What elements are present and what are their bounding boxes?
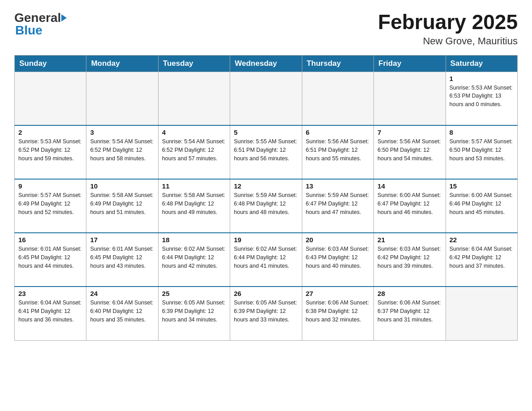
day-info: Sunrise: 6:00 AM Sunset: 6:46 PM Dayligh… [450, 191, 514, 216]
calendar-cell [158, 72, 230, 125]
day-number: 1 [450, 75, 514, 82]
day-number: 4 [162, 128, 226, 136]
day-info: Sunrise: 6:05 AM Sunset: 6:39 PM Dayligh… [234, 299, 298, 324]
day-info: Sunrise: 6:01 AM Sunset: 6:45 PM Dayligh… [18, 245, 82, 270]
day-number: 27 [306, 290, 370, 297]
day-info: Sunrise: 5:59 AM Sunset: 6:47 PM Dayligh… [306, 191, 370, 216]
day-info: Sunrise: 6:01 AM Sunset: 6:45 PM Dayligh… [90, 245, 154, 270]
logo-blue-text: Blue [15, 23, 43, 38]
calendar-cell: 1Sunrise: 5:53 AM Sunset: 6:53 PM Daylig… [446, 72, 517, 125]
day-number: 21 [378, 236, 442, 244]
day-number: 28 [378, 290, 442, 297]
day-number: 14 [378, 182, 442, 190]
day-info: Sunrise: 6:04 AM Sunset: 6:42 PM Dayligh… [450, 245, 514, 270]
day-info: Sunrise: 6:04 AM Sunset: 6:41 PM Dayligh… [18, 299, 82, 324]
day-number: 8 [450, 128, 514, 136]
calendar-cell: 7Sunrise: 5:56 AM Sunset: 6:50 PM Daylig… [374, 125, 446, 179]
day-number: 6 [306, 128, 370, 136]
day-number: 5 [234, 128, 298, 136]
calendar-cell: 14Sunrise: 6:00 AM Sunset: 6:47 PM Dayli… [374, 179, 446, 233]
page-header: General Blue February 2025 New Grove, Ma… [14, 11, 518, 47]
day-number: 2 [18, 128, 82, 136]
day-number: 12 [234, 182, 298, 190]
day-info: Sunrise: 5:57 AM Sunset: 6:50 PM Dayligh… [450, 137, 514, 163]
calendar-cell: 8Sunrise: 5:57 AM Sunset: 6:50 PM Daylig… [446, 125, 517, 179]
calendar-cell: 9Sunrise: 5:57 AM Sunset: 6:49 PM Daylig… [15, 179, 86, 233]
calendar-cell [302, 72, 373, 125]
page-title: February 2025 [378, 11, 518, 34]
column-header-tuesday: Tuesday [158, 55, 230, 72]
day-info: Sunrise: 6:03 AM Sunset: 6:42 PM Dayligh… [378, 245, 442, 270]
calendar-cell: 17Sunrise: 6:01 AM Sunset: 6:45 PM Dayli… [86, 233, 158, 287]
calendar-cell: 6Sunrise: 5:56 AM Sunset: 6:51 PM Daylig… [302, 125, 373, 179]
calendar-cell: 21Sunrise: 6:03 AM Sunset: 6:42 PM Dayli… [374, 233, 446, 287]
column-header-friday: Friday [374, 55, 446, 72]
day-number: 22 [450, 236, 514, 244]
calendar-cell: 16Sunrise: 6:01 AM Sunset: 6:45 PM Dayli… [15, 233, 86, 287]
day-number: 16 [18, 236, 82, 244]
column-header-thursday: Thursday [302, 55, 373, 72]
calendar-cell: 24Sunrise: 6:04 AM Sunset: 6:40 PM Dayli… [86, 287, 158, 340]
day-info: Sunrise: 5:53 AM Sunset: 6:53 PM Dayligh… [450, 84, 514, 109]
calendar-cell: 22Sunrise: 6:04 AM Sunset: 6:42 PM Dayli… [446, 233, 517, 287]
calendar-cell [230, 72, 302, 125]
day-number: 17 [90, 236, 154, 244]
calendar-cell [15, 72, 86, 125]
title-block: February 2025 New Grove, Mauritius [378, 11, 518, 47]
logo: General Blue [14, 11, 67, 38]
calendar-table: SundayMondayTuesdayWednesdayThursdayFrid… [14, 55, 518, 341]
calendar-cell: 2Sunrise: 5:53 AM Sunset: 6:52 PM Daylig… [15, 125, 86, 179]
week-row-3: 9Sunrise: 5:57 AM Sunset: 6:49 PM Daylig… [15, 179, 518, 233]
calendar-cell: 27Sunrise: 6:06 AM Sunset: 6:38 PM Dayli… [302, 287, 373, 340]
day-info: Sunrise: 5:55 AM Sunset: 6:51 PM Dayligh… [234, 137, 298, 163]
day-info: Sunrise: 6:02 AM Sunset: 6:44 PM Dayligh… [234, 245, 298, 270]
calendar-cell: 12Sunrise: 5:59 AM Sunset: 6:48 PM Dayli… [230, 179, 302, 233]
calendar-cell: 11Sunrise: 5:58 AM Sunset: 6:48 PM Dayli… [158, 179, 230, 233]
day-number: 9 [18, 182, 82, 190]
day-number: 25 [162, 290, 226, 297]
day-info: Sunrise: 6:05 AM Sunset: 6:39 PM Dayligh… [162, 299, 226, 324]
day-number: 15 [450, 182, 514, 190]
calendar-cell: 18Sunrise: 6:02 AM Sunset: 6:44 PM Dayli… [158, 233, 230, 287]
day-number: 3 [90, 128, 154, 136]
day-number: 10 [90, 182, 154, 190]
calendar-cell: 20Sunrise: 6:03 AM Sunset: 6:43 PM Dayli… [302, 233, 373, 287]
column-header-saturday: Saturday [446, 55, 517, 72]
logo-arrow-icon [61, 14, 67, 21]
week-row-4: 16Sunrise: 6:01 AM Sunset: 6:45 PM Dayli… [15, 233, 518, 287]
calendar-cell: 13Sunrise: 5:59 AM Sunset: 6:47 PM Dayli… [302, 179, 373, 233]
day-info: Sunrise: 5:57 AM Sunset: 6:49 PM Dayligh… [18, 191, 82, 216]
day-number: 20 [306, 236, 370, 244]
page-subtitle: New Grove, Mauritius [378, 35, 518, 47]
day-info: Sunrise: 5:58 AM Sunset: 6:49 PM Dayligh… [90, 191, 154, 216]
calendar-cell [86, 72, 158, 125]
day-number: 19 [234, 236, 298, 244]
day-info: Sunrise: 6:06 AM Sunset: 6:37 PM Dayligh… [378, 299, 442, 324]
day-info: Sunrise: 5:53 AM Sunset: 6:52 PM Dayligh… [18, 137, 82, 163]
day-info: Sunrise: 5:54 AM Sunset: 6:52 PM Dayligh… [90, 137, 154, 163]
calendar-cell: 25Sunrise: 6:05 AM Sunset: 6:39 PM Dayli… [158, 287, 230, 340]
day-number: 7 [378, 128, 442, 136]
calendar-cell: 3Sunrise: 5:54 AM Sunset: 6:52 PM Daylig… [86, 125, 158, 179]
day-info: Sunrise: 6:04 AM Sunset: 6:40 PM Dayligh… [90, 299, 154, 324]
column-header-sunday: Sunday [15, 55, 86, 72]
day-info: Sunrise: 6:02 AM Sunset: 6:44 PM Dayligh… [162, 245, 226, 270]
day-info: Sunrise: 6:00 AM Sunset: 6:47 PM Dayligh… [378, 191, 442, 216]
day-number: 26 [234, 290, 298, 297]
calendar-cell [446, 287, 517, 340]
calendar-cell: 26Sunrise: 6:05 AM Sunset: 6:39 PM Dayli… [230, 287, 302, 340]
day-info: Sunrise: 5:58 AM Sunset: 6:48 PM Dayligh… [162, 191, 226, 216]
day-number: 24 [90, 290, 154, 297]
column-header-monday: Monday [86, 55, 158, 72]
column-header-wednesday: Wednesday [230, 55, 302, 72]
week-row-2: 2Sunrise: 5:53 AM Sunset: 6:52 PM Daylig… [15, 125, 518, 179]
day-number: 11 [162, 182, 226, 190]
day-info: Sunrise: 5:54 AM Sunset: 6:52 PM Dayligh… [162, 137, 226, 163]
calendar-cell: 19Sunrise: 6:02 AM Sunset: 6:44 PM Dayli… [230, 233, 302, 287]
day-info: Sunrise: 6:03 AM Sunset: 6:43 PM Dayligh… [306, 245, 370, 270]
day-info: Sunrise: 6:06 AM Sunset: 6:38 PM Dayligh… [306, 299, 370, 324]
calendar-cell: 10Sunrise: 5:58 AM Sunset: 6:49 PM Dayli… [86, 179, 158, 233]
calendar-header-row: SundayMondayTuesdayWednesdayThursdayFrid… [15, 55, 518, 72]
week-row-1: 1Sunrise: 5:53 AM Sunset: 6:53 PM Daylig… [15, 72, 518, 125]
week-row-5: 23Sunrise: 6:04 AM Sunset: 6:41 PM Dayli… [15, 287, 518, 340]
